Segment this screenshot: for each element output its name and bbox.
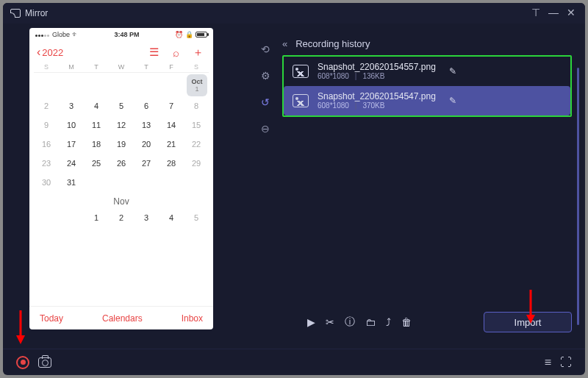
image-icon [293, 94, 309, 107]
pin-button[interactable]: ⊤ [529, 7, 542, 20]
calendars-button[interactable]: Calendars [102, 313, 143, 324]
app-window: Mirror ⊤ — ✕ Globe ᯤ 3:48 PM ⏰ 🔒 [3, 3, 585, 375]
history-icon[interactable]: ↺ [259, 96, 272, 109]
file-name: Snapshot_220620154547.png [318, 91, 436, 101]
calendar-footer: Today Calendars Inbox [29, 306, 213, 329]
day-of-week-row: SMTWTFS [29, 63, 213, 71]
file-row[interactable]: Snapshot_220620154557.png 608*1080|136KB… [284, 57, 570, 86]
import-button[interactable]: Import [484, 312, 572, 332]
record-button[interactable] [16, 356, 29, 369]
highlight-box: Snapshot_220620154557.png 608*1080|136KB… [282, 55, 572, 117]
add-event-icon[interactable]: ＋ [190, 46, 206, 60]
phone-screen: Globe ᯤ 3:48 PM ⏰ 🔒 ‹2022 ☰ ⌕ ＋ [29, 28, 213, 329]
edit-icon[interactable]: ✎ [449, 66, 456, 76]
mirror-pane: Globe ᯤ 3:48 PM ⏰ 🔒 ‹2022 ☰ ⌕ ＋ [3, 24, 253, 349]
scrollbar[interactable] [577, 68, 579, 325]
folder-icon[interactable]: 🗀 [365, 316, 376, 328]
fullscreen-icon[interactable]: ⛶ [560, 356, 572, 369]
history-panel: « Recording history Snapshot_22062015455… [278, 24, 585, 349]
share-icon[interactable]: ⤴ [386, 316, 391, 328]
alarm-icon: ⏰ [175, 31, 183, 38]
today-button[interactable]: Today [40, 313, 63, 324]
app-title: Mirror [25, 8, 48, 18]
info-icon[interactable]: ⓘ [345, 315, 355, 329]
carrier-label: Globe [52, 31, 70, 38]
titlebar: Mirror ⊤ — ✕ [3, 3, 585, 24]
october-block: Oct 1 2345678 9101112131415 161718192021… [29, 73, 213, 227]
cut-icon[interactable]: ✂ [326, 316, 334, 328]
november-label: Nov [34, 192, 209, 208]
cast-icon [10, 9, 21, 18]
collapse-icon[interactable]: « [282, 38, 285, 49]
file-row[interactable]: Snapshot_220620154547.png 608*1080|370KB… [284, 86, 570, 115]
content-area: Globe ᯤ 3:48 PM ⏰ 🔒 ‹2022 ☰ ⌕ ＋ [3, 24, 585, 349]
action-row: ▶ ✂ ⓘ 🗀 ⤴ 🗑 Import [307, 312, 572, 332]
clock-label: 3:48 PM [79, 31, 175, 38]
back-button[interactable]: ‹2022 [37, 46, 63, 59]
delete-icon[interactable]: 🗑 [401, 316, 412, 328]
today-badge[interactable]: Oct 1 [187, 74, 207, 96]
playlist-icon[interactable]: ≡ [545, 356, 551, 369]
settings-icon[interactable]: ⚙ [259, 69, 272, 82]
status-bar: Globe ᯤ 3:48 PM ⏰ 🔒 [29, 28, 213, 41]
edit-icon[interactable]: ✎ [449, 96, 456, 106]
calendar-header: ‹2022 ☰ ⌕ ＋ [29, 41, 213, 63]
refresh-icon[interactable]: ⟲ [259, 43, 272, 56]
battery-icon [196, 32, 207, 38]
search-icon[interactable]: ⌕ [168, 46, 184, 59]
side-toolbar: ⟲ ⚙ ↺ ⊖ [253, 24, 278, 349]
panel-title: Recording history [295, 38, 370, 49]
right-pane: ⟲ ⚙ ↺ ⊖ « Recording history Snapshot_220… [253, 24, 585, 349]
inbox-button[interactable]: Inbox [182, 313, 203, 324]
image-icon [293, 65, 309, 78]
list-view-icon[interactable]: ☰ [146, 46, 162, 59]
minimize-button[interactable]: — [547, 7, 560, 20]
orientation-lock-icon: 🔒 [185, 31, 193, 38]
wifi-icon: ᯤ [72, 31, 79, 38]
remove-icon[interactable]: ⊖ [259, 122, 272, 135]
close-button[interactable]: ✕ [564, 7, 578, 20]
file-name: Snapshot_220620154557.png [318, 62, 436, 72]
bottom-bar: ≡ ⛶ [3, 349, 585, 375]
play-icon[interactable]: ▶ [307, 316, 315, 328]
snapshot-button[interactable] [38, 357, 51, 368]
signal-icon [35, 31, 50, 38]
calendar-grid[interactable]: 2345678 9101112131415 16171819202122 232… [34, 96, 209, 192]
